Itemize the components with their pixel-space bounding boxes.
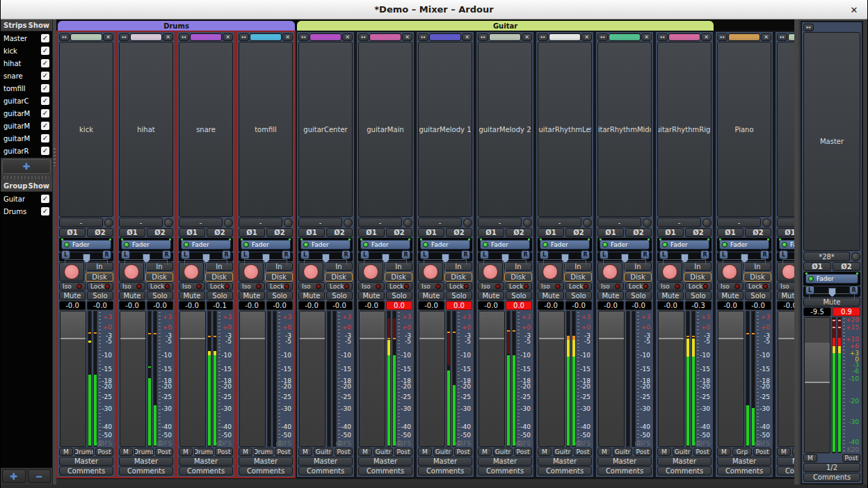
metering-button[interactable]: M (478, 448, 492, 456)
phase-2-button[interactable]: Ø2 (87, 228, 113, 237)
narrow-toggle-icon[interactable]: ↔ (239, 33, 249, 41)
output-button[interactable]: Master (597, 457, 652, 466)
comments-button[interactable]: Comments (803, 473, 860, 482)
group-button[interactable]: Guitr (673, 448, 692, 456)
narrow-toggle-icon[interactable]: ↔ (777, 33, 787, 41)
group-button[interactable]: Guitr (553, 448, 572, 456)
hide-strip-icon[interactable]: ✕ (581, 33, 592, 41)
metering-button[interactable]: M (538, 448, 552, 456)
pan-right-chip[interactable]: R (102, 250, 111, 259)
trim-knob[interactable] (643, 218, 652, 227)
visibility-checkbox[interactable]: ✓ (41, 134, 49, 143)
peak-display[interactable]: -0.3 (685, 301, 712, 310)
pan-right-chip[interactable]: R (849, 286, 858, 295)
pan-right-chip[interactable]: R (641, 250, 650, 259)
solo-isolate-button[interactable]: Iso (657, 282, 684, 291)
record-arm-button[interactable] (478, 262, 503, 282)
narrow-toggle-icon[interactable]: ↔ (657, 33, 668, 41)
disk-monitor-button[interactable]: Disk (86, 273, 113, 282)
solo-lock-button[interactable]: Lock (565, 282, 592, 291)
input-monitor-button[interactable]: In (325, 262, 353, 271)
fader-handle[interactable] (180, 311, 205, 339)
solo-button[interactable]: Solo (326, 291, 353, 300)
output-button[interactable]: 1/2 (803, 463, 860, 472)
output-button[interactable]: Master (717, 457, 771, 466)
processor-active-led[interactable] (662, 242, 668, 247)
add-strip-button[interactable]: ✚ (2, 159, 51, 174)
track-color-bar[interactable] (190, 33, 222, 41)
narrow-toggle-icon[interactable]: ↔ (179, 33, 189, 41)
trim-button[interactable]: - (298, 218, 342, 227)
gain-display[interactable]: -0.0 (657, 301, 684, 310)
comments-button[interactable]: Comments (717, 466, 771, 475)
narrow-toggle-icon[interactable]: ↔ (478, 33, 488, 41)
pan-control[interactable]: L R (418, 252, 472, 261)
list-item[interactable]: guitarM ✓ (1, 120, 52, 132)
trim-knob[interactable] (164, 218, 173, 227)
track-color-bar[interactable] (250, 33, 282, 41)
solo-lock-button[interactable]: Lock (386, 282, 412, 291)
group-tab[interactable]: Guitar (296, 20, 714, 31)
fader-processor[interactable]: Fader (241, 240, 291, 250)
input-monitor-button[interactable]: In (86, 262, 113, 271)
visibility-checkbox[interactable]: ✓ (41, 195, 49, 203)
fader-processor[interactable]: Fader (61, 240, 111, 250)
mute-button[interactable]: Mute (478, 291, 504, 300)
comments-button[interactable]: Comments (119, 466, 173, 475)
processor-active-led[interactable] (124, 242, 129, 247)
trim-knob[interactable] (702, 218, 712, 227)
volume-fader[interactable] (299, 311, 326, 447)
solo-isolate-button[interactable]: Iso (478, 282, 504, 291)
solo-button[interactable]: Solo (386, 291, 412, 300)
disk-monitor-button[interactable]: Disk (504, 273, 532, 282)
solo-button[interactable]: Solo (745, 291, 771, 300)
hide-strip-icon[interactable]: ✕ (522, 33, 532, 41)
phase-1-button[interactable]: Ø1 (478, 228, 504, 237)
phase-2-button[interactable]: Ø2 (147, 228, 173, 237)
trim-button[interactable]: - (59, 218, 103, 227)
pan-left-chip[interactable]: L (659, 250, 668, 259)
processor-active-led[interactable] (782, 242, 787, 247)
volume-fader[interactable] (239, 311, 266, 447)
input-monitor-button[interactable]: In (444, 262, 472, 271)
visibility-checkbox[interactable]: ✓ (41, 47, 49, 55)
fader-handle[interactable] (599, 311, 624, 339)
fader-processor[interactable]: Fader (121, 240, 171, 250)
solo-lock-button[interactable]: Lock (625, 282, 652, 291)
hide-strip-icon[interactable]: ✕ (462, 33, 472, 41)
fader-handle[interactable] (778, 311, 794, 339)
fader-handle[interactable] (659, 311, 684, 339)
peak-display[interactable]: -0.0 (326, 301, 353, 310)
disk-monitor-button[interactable]: Disk (744, 273, 771, 282)
output-button[interactable]: Master (179, 457, 233, 466)
mute-button[interactable]: Mute (298, 291, 325, 300)
remove-group-button[interactable]: ━ (28, 469, 51, 483)
metering-button[interactable]: M (59, 448, 73, 456)
hide-strip-icon[interactable]: ✕ (761, 33, 771, 41)
gain-display[interactable]: -0.0 (59, 301, 86, 310)
comments-button[interactable]: Comments (538, 466, 592, 475)
gain-display[interactable]: -0.0 (717, 301, 744, 310)
solo-lock-button[interactable]: Lock (266, 282, 293, 291)
processor-active-led[interactable] (184, 242, 189, 247)
input-monitor-button[interactable]: In (504, 262, 532, 271)
narrow-toggle-icon[interactable]: ↔ (298, 33, 309, 41)
volume-fader[interactable] (419, 311, 445, 447)
narrow-toggle-icon[interactable]: ↔ (717, 33, 728, 41)
track-name-button[interactable]: guitarMain (358, 42, 412, 217)
fader-handle[interactable] (718, 311, 744, 339)
fader-handle[interactable] (539, 311, 564, 339)
track-name-button[interactable]: guitarRhythmMiddle (597, 42, 652, 217)
trim-knob[interactable] (762, 218, 771, 227)
hide-strip-icon[interactable]: ✕ (402, 33, 412, 41)
solo-lock-button[interactable]: Lock (326, 282, 353, 291)
output-button[interactable]: Master (538, 457, 592, 466)
metering-button[interactable]: M (418, 448, 432, 456)
fader-handle[interactable] (419, 311, 444, 339)
mute-button[interactable]: Mute (538, 291, 564, 300)
record-arm-button[interactable] (418, 262, 443, 282)
phase-2-button[interactable]: Ø2 (207, 228, 233, 237)
group-button[interactable]: Drums (254, 448, 273, 456)
narrow-toggle-icon[interactable]: ↔ (597, 33, 608, 41)
meter-point-button[interactable]: Post (215, 448, 233, 456)
